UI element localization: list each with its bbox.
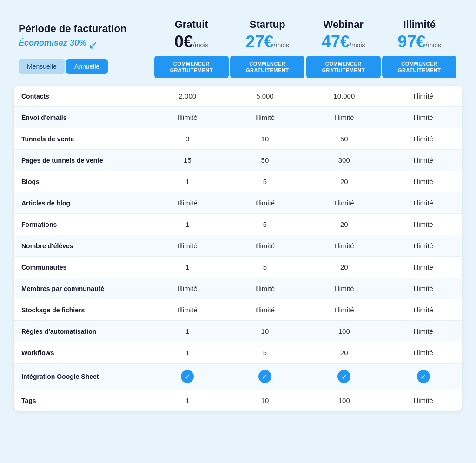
feature-label: Membres par communauté (14, 278, 149, 299)
plan-value-gratuit: 1 (149, 214, 226, 235)
plan-value-illimite: Illimité (384, 235, 462, 257)
plan-value-gratuit: 1 (149, 171, 226, 192)
plan-header-illimite: Illimité 97€/mois COMMENCER GRATUITEMENT (382, 19, 458, 78)
cta-button-webinar[interactable]: COMMENCER GRATUITEMENT (306, 56, 381, 79)
billing-toggle: Mensuelle Annuelle (19, 59, 153, 74)
plan-value-webinar: 300 (304, 150, 384, 171)
plan-value-gratuit: Illimité (149, 299, 226, 321)
plan-value-startup: Illimité (226, 192, 304, 214)
table-row: Tags110100Illimité (14, 390, 462, 411)
plan-value-gratuit: Illimité (149, 235, 226, 257)
plan-value-webinar: Illimité (304, 192, 384, 214)
plan-value-gratuit: Illimité (149, 107, 226, 128)
cta-button-gratuit[interactable]: COMMENCER GRATUITEMENT (154, 56, 229, 79)
feature-label: Contacts (14, 86, 149, 107)
economize-badge: Économisez 30% (19, 39, 86, 48)
plan-value-startup: Illimité (226, 235, 304, 257)
plan-value-illimite: Illimité (384, 150, 462, 171)
plan-value-startup: 10 (226, 390, 304, 411)
plan-value-gratuit: 3 (149, 128, 226, 150)
plan-value-gratuit: Illimité (149, 278, 226, 299)
plan-value-gratuit: 2,000 (149, 86, 226, 107)
plan-value-webinar: Illimité (304, 299, 384, 321)
plan-value-illimite: Illimité (384, 128, 462, 150)
plan-value-startup: Illimité (226, 278, 304, 299)
plan-value-webinar: ✓ (304, 364, 384, 390)
plan-value-webinar: 20 (304, 171, 384, 192)
features-table-container: Contacts2,0005,00010,000IllimitéEnvoi d'… (14, 86, 462, 411)
table-row: Membres par communautéIllimitéIllimitéIl… (14, 278, 462, 299)
plan-value-startup: 5 (226, 171, 304, 192)
feature-label: Envoi d'emails (14, 107, 149, 128)
plan-value-illimite: Illimité (384, 171, 462, 192)
cta-button-startup[interactable]: COMMENCER GRATUITEMENT (230, 56, 304, 79)
plan-value-startup: Illimité (226, 107, 304, 128)
table-row: Contacts2,0005,00010,000Illimité (14, 86, 462, 107)
plan-value-gratuit: 1 (149, 390, 226, 411)
plan-value-startup: 10 (226, 321, 304, 342)
plan-value-startup: 50 (226, 150, 304, 171)
toggle-annual[interactable]: Annuelle (66, 59, 108, 74)
table-row: Règles d'automatisation110100Illimité (14, 321, 462, 342)
plan-value-gratuit: 1 (149, 257, 226, 278)
plan-value-gratuit: 15 (149, 150, 226, 171)
plan-value-illimite: Illimité (384, 214, 462, 235)
feature-label: Articles de blog (14, 192, 149, 214)
plan-value-illimite: Illimité (384, 342, 462, 364)
plan-header-gratuit: Gratuit 0€/mois COMMENCER GRATUITEMENT (153, 19, 230, 78)
table-row: Formations1520Illimité (14, 214, 462, 235)
plan-value-startup: ✓ (226, 364, 304, 390)
feature-label: Nombre d'élèves (14, 235, 149, 257)
plan-value-webinar: 20 (304, 342, 384, 364)
plan-value-startup: Illimité (226, 299, 304, 321)
plan-value-illimite: ✓ (384, 364, 462, 390)
plan-value-gratuit: 1 (149, 321, 226, 342)
feature-label: Blogs (14, 171, 149, 192)
pricing-header: Période de facturation Économisez 30% ↙ … (14, 19, 462, 78)
plan-value-webinar: 20 (304, 257, 384, 278)
table-row: Intégration Google Sheet✓✓✓✓ (14, 364, 462, 390)
pricing-page: Période de facturation Économisez 30% ↙ … (9, 9, 467, 420)
plan-value-startup: 5,000 (226, 86, 304, 107)
plan-value-illimite: Illimité (384, 86, 462, 107)
feature-label: Workflows (14, 342, 149, 364)
plan-value-illimite: Illimité (384, 299, 462, 321)
table-row: Tunnels de vente31050Illimité (14, 128, 462, 150)
features-table: Contacts2,0005,00010,000IllimitéEnvoi d'… (14, 86, 462, 411)
cta-button-illimite[interactable]: COMMENCER GRATUITEMENT (382, 56, 456, 79)
plan-header-startup: Startup 27€/mois COMMENCER GRATUITEMENT (230, 19, 306, 78)
plan-value-webinar: 50 (304, 128, 384, 150)
plan-value-startup: 5 (226, 342, 304, 364)
checkmark-icon: ✓ (258, 370, 271, 383)
table-row: Nombre d'élèvesIllimitéIllimitéIllimitéI… (14, 235, 462, 257)
feature-label: Communautés (14, 257, 149, 278)
plan-value-illimite: Illimité (384, 321, 462, 342)
feature-label: Pages de tunnels de vente (14, 150, 149, 171)
plan-name-illimite: Illimité (382, 19, 458, 31)
table-row: Workflows1520Illimité (14, 342, 462, 364)
feature-label: Intégration Google Sheet (14, 364, 149, 390)
plan-name-webinar: Webinar (305, 19, 382, 31)
plan-value-illimite: Illimité (384, 390, 462, 411)
plan-value-illimite: Illimité (384, 192, 462, 214)
table-row: Envoi d'emailsIllimitéIllimitéIllimitéIl… (14, 107, 462, 128)
plan-name-startup: Startup (230, 19, 306, 31)
plan-value-gratuit: ✓ (149, 364, 226, 390)
checkmark-icon: ✓ (337, 370, 350, 383)
plan-price-illimite: 97€/mois (382, 33, 458, 51)
plan-value-webinar: 20 (304, 214, 384, 235)
billing-section: Période de facturation Économisez 30% ↙ … (19, 23, 153, 74)
table-row: Stockage de fichiersIllimitéIllimitéIlli… (14, 299, 462, 321)
plan-price-startup: 27€/mois (230, 33, 306, 51)
plan-name-gratuit: Gratuit (153, 19, 230, 31)
plan-value-webinar: 100 (304, 321, 384, 342)
plan-value-webinar: 10,000 (304, 86, 384, 107)
plan-value-startup: 5 (226, 257, 304, 278)
toggle-monthly[interactable]: Mensuelle (19, 59, 65, 74)
plan-value-webinar: 100 (304, 390, 384, 411)
plan-value-startup: 10 (226, 128, 304, 150)
feature-label: Stockage de fichiers (14, 299, 149, 321)
feature-label: Tags (14, 390, 149, 411)
plan-header-webinar: Webinar 47€/mois COMMENCER GRATUITEMENT (305, 19, 382, 78)
plan-value-gratuit: 1 (149, 342, 226, 364)
